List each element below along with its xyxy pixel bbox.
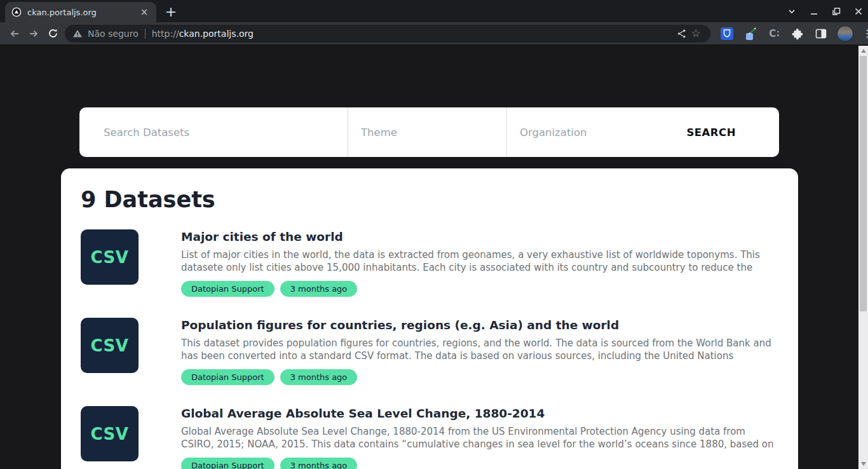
organization-badge[interactable]: Datopian Support xyxy=(181,369,275,385)
updated-time-badge: 3 months ago xyxy=(280,458,358,469)
csv-format-icon[interactable]: CSV xyxy=(81,406,139,461)
tab-close-icon[interactable]: × xyxy=(139,6,150,18)
search-button[interactable]: SEARCH xyxy=(680,107,779,157)
bookmark-star-icon[interactable]: ☆ xyxy=(689,27,703,41)
site-favicon-icon xyxy=(11,7,22,17)
theme-field[interactable] xyxy=(348,107,506,157)
address-separator xyxy=(145,29,146,39)
browser-menu-icon[interactable]: ⋮ xyxy=(862,27,868,39)
search-datasets-field[interactable] xyxy=(79,107,348,157)
organization-badge[interactable]: Datopian Support xyxy=(181,458,275,469)
address-bar[interactable]: Não seguro http://ckan.portaljs.org ☆ xyxy=(65,25,710,43)
dataset-title[interactable]: Global Average Absolute Sea Level Change… xyxy=(181,407,775,420)
minimize-icon[interactable] xyxy=(810,7,818,16)
tab-title: ckan.portaljs.org xyxy=(27,8,139,17)
scrollbar-up-icon[interactable] xyxy=(861,49,866,53)
search-datasets-input[interactable] xyxy=(102,126,348,139)
colorpick-extension-icon[interactable]: C xyxy=(766,26,782,41)
share-icon[interactable] xyxy=(675,27,689,41)
results-heading: 9 Datasets xyxy=(81,186,775,214)
page-scrollbar[interactable] xyxy=(858,46,868,469)
updated-time-badge: 3 months ago xyxy=(280,369,358,385)
dataset-title[interactable]: Population figures for countries, region… xyxy=(181,318,775,332)
url-text[interactable]: http://ckan.portaljs.org xyxy=(152,29,254,39)
scrollbar-down-icon[interactable] xyxy=(861,462,866,466)
dataset-item[interactable]: CSV Major cities of the world List of ma… xyxy=(81,229,775,297)
extensions-area: C ⋮ xyxy=(719,25,868,42)
side-panel-icon[interactable] xyxy=(813,26,829,41)
reload-icon[interactable] xyxy=(43,24,62,43)
page-viewport: SEARCH 9 Datasets CSV Major cities of th… xyxy=(0,46,868,469)
theme-input[interactable] xyxy=(360,126,506,139)
dataset-item[interactable]: CSV Population figures for countries, re… xyxy=(81,318,775,385)
scrollbar-thumb[interactable] xyxy=(860,56,867,311)
close-icon[interactable] xyxy=(854,7,863,16)
csv-format-icon[interactable]: CSV xyxy=(81,318,139,373)
dataset-search-bar: SEARCH xyxy=(79,107,779,157)
bitwarden-extension-icon[interactable] xyxy=(719,26,735,41)
csv-format-icon[interactable]: CSV xyxy=(81,229,139,285)
dataset-description: List of major cities in the world, the d… xyxy=(181,248,775,274)
new-tab-button[interactable]: + xyxy=(161,3,180,20)
dataset-description: This dataset provides population figures… xyxy=(181,337,775,362)
updated-time-badge: 3 months ago xyxy=(280,281,358,297)
tab-strip: ckan.portaljs.org × + xyxy=(0,0,868,22)
url-scheme: http:// xyxy=(152,29,179,39)
url-host: ckan.portaljs.org xyxy=(179,29,254,39)
dataset-description: Global Average Absolute Sea Level Change… xyxy=(181,425,775,451)
profile-avatar[interactable] xyxy=(837,25,853,42)
not-secure-warning-icon[interactable] xyxy=(72,29,83,39)
organization-field[interactable] xyxy=(506,107,680,157)
dataset-item[interactable]: CSV Global Average Absolute Sea Level Ch… xyxy=(81,406,775,469)
results-card: 9 Datasets CSV Major cities of the world… xyxy=(61,168,798,469)
window-controls xyxy=(787,0,863,22)
forward-icon[interactable] xyxy=(24,24,43,43)
tab-search-chevron-icon[interactable] xyxy=(787,7,796,16)
organization-badge[interactable]: Datopian Support xyxy=(181,281,275,297)
extensions-puzzle-icon[interactable] xyxy=(790,26,805,41)
browser-toolbar: Não seguro http://ckan.portaljs.org ☆ xyxy=(0,22,868,45)
organization-input[interactable] xyxy=(519,126,680,139)
back-icon[interactable] xyxy=(5,24,24,43)
eyedropper-extension-icon[interactable] xyxy=(743,26,758,41)
dataset-title[interactable]: Major cities of the world xyxy=(181,230,775,243)
not-secure-label: Não seguro xyxy=(88,29,139,39)
browser-tab[interactable]: ckan.portaljs.org × xyxy=(5,2,156,22)
restore-icon[interactable] xyxy=(832,7,841,16)
